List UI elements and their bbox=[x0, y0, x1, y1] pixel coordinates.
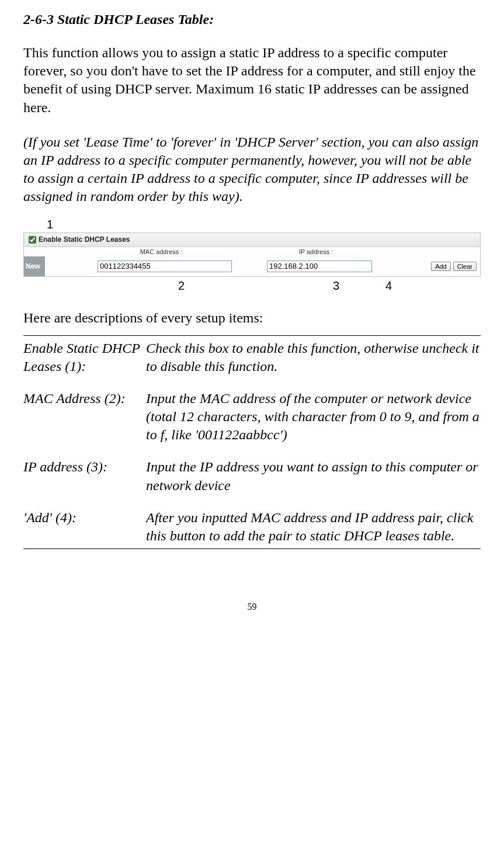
item-3-text: Input the IP address you want to assign … bbox=[146, 458, 481, 494]
descriptions-intro: Here are descriptions of every setup ite… bbox=[23, 310, 481, 326]
table-row: 'Add' (4): After you inputted MAC addres… bbox=[23, 509, 481, 545]
item-3-label: IP address (3): bbox=[23, 458, 146, 494]
ip-address-input[interactable] bbox=[267, 261, 372, 272]
panel-title: Enable Static DHCP Leases bbox=[39, 235, 130, 244]
descriptions-table: Enable Static DHCP Leases (1): Check thi… bbox=[23, 339, 481, 546]
callout-1: 1 bbox=[23, 218, 481, 231]
new-row-label: New bbox=[24, 256, 45, 276]
dhcp-ui-figure: 1 Enable Static DHCP Leases MAC address … bbox=[23, 218, 481, 293]
form-header-row: MAC address : IP address : bbox=[24, 247, 480, 256]
panel-titlebar: Enable Static DHCP Leases bbox=[24, 233, 480, 247]
section-heading: 2-6-3 Static DHCP Leases Table: bbox=[23, 12, 481, 27]
item-4-text: After you inputted MAC address and IP ad… bbox=[146, 509, 481, 545]
mac-address-input[interactable] bbox=[98, 261, 232, 272]
callout-4: 4 bbox=[385, 279, 409, 293]
page-number: 59 bbox=[23, 602, 481, 612]
note-paragraph: (If you set 'Lease Time' to 'forever' in… bbox=[23, 133, 481, 206]
item-4-label: 'Add' (4): bbox=[23, 509, 146, 545]
ip-header-label: IP address : bbox=[263, 247, 369, 256]
callout-2: 2 bbox=[178, 279, 201, 293]
callout-bottom-row: 2 3 4 bbox=[23, 277, 481, 293]
form-input-row: New Add Clear bbox=[24, 256, 480, 276]
item-1-text: Check this box to enable this function, … bbox=[146, 339, 481, 376]
dhcp-panel: Enable Static DHCP Leases MAC address : … bbox=[23, 232, 481, 277]
intro-paragraph: This function allows you to assign a sta… bbox=[23, 44, 481, 117]
add-button[interactable]: Add bbox=[431, 262, 451, 271]
rule-top bbox=[23, 335, 481, 336]
item-1-label: Enable Static DHCP Leases (1): bbox=[23, 339, 146, 376]
item-2-text: Input the MAC address of the computer or… bbox=[146, 390, 481, 445]
table-row: MAC Address (2): Input the MAC address o… bbox=[23, 390, 481, 445]
item-2-label: MAC Address (2): bbox=[23, 390, 146, 445]
table-row: IP address (3): Input the IP address you… bbox=[23, 458, 481, 494]
callout-3: 3 bbox=[333, 279, 356, 293]
clear-button[interactable]: Clear bbox=[453, 262, 477, 271]
rule-bottom bbox=[23, 548, 481, 549]
table-row: Enable Static DHCP Leases (1): Check thi… bbox=[23, 339, 481, 376]
mac-header-label: MAC address : bbox=[94, 247, 228, 256]
enable-checkbox[interactable] bbox=[29, 236, 36, 244]
